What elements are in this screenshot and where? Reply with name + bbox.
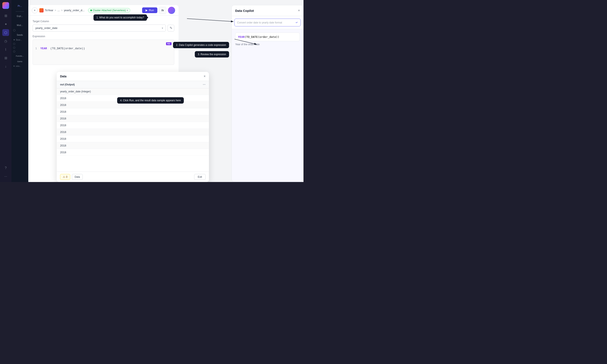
secondary-sidebar: Pr... Expl... Mod... ◯ Seeds ▼ Sour... ◯… [12,0,28,182]
secondary-sidebar-gems[interactable]: Gems [12,59,28,64]
data-panel-close-button[interactable]: × [204,74,206,78]
run-play-icon: ▶ [145,9,148,12]
data-panel-header: Data × [57,72,209,81]
target-column-chevron-icon: ▾ [162,27,163,30]
app-logo-icon [2,2,9,9]
secondary-sidebar-models[interactable]: Mod... [12,22,28,28]
sidebar-icon-network[interactable]: ⬡ [2,29,9,36]
data-panel: Data × out (Output) ··· yearly_order_dat… [57,72,209,182]
copilot-header: Data Copilot × [232,5,303,16]
close-button[interactable]: × [32,7,38,13]
pencil-icon: ✎ [170,26,172,30]
table-output-label: out (Output) [60,83,75,86]
run-button[interactable]: ▶ Run [142,7,157,13]
warning-count: 0 [66,175,67,178]
sql-badge: SQL [166,42,172,45]
data-panel-title: Data [60,75,66,78]
copilot-description: Year of the order date [235,43,300,46]
target-column-select[interactable]: yearly_order_date ▾ [33,25,166,31]
expression-label: Expression [33,35,174,38]
code-year-function: YEAR [40,47,47,50]
sidebar-icon-download[interactable]: ↓ [2,63,9,70]
svg-line-1 [187,19,234,22]
data-panel-footer: ⚠ 0 Data Exit [57,172,209,182]
sidebar-icon-help[interactable]: ? [2,165,9,171]
toyear-icon [39,8,44,13]
table-options-button[interactable]: ··· [203,83,206,86]
line-number: 1 [35,47,37,50]
copilot-input-row: Convert order date to yearly date format… [232,16,303,29]
sidebar-icon-plus[interactable]: ✦ [2,21,9,27]
column-header-row: yearly_order_date (Integer) [57,88,209,95]
breadcrumb-sep1: > [54,9,56,12]
secondary-sidebar-seeds[interactable]: Seeds [12,32,28,38]
sidebar-icon-more[interactable]: ··· [2,173,9,180]
exit-button[interactable]: Exit [194,174,206,180]
copilot-year-function: YEAR [238,35,244,39]
table-row: 2018 [57,115,209,122]
copilot-input-field[interactable]: Convert order date to yearly date format… [234,19,301,26]
breadcrumb-dots: ... [57,9,60,12]
tooltip-step1: 1. What do you want to accomplish today? [93,14,147,21]
edit-column-button[interactable]: ✎ [168,25,174,31]
copilot-input-text: Convert order date to yearly date format [237,21,282,24]
cluster-badge[interactable]: Cluster Attached (Serverless) ▾ [88,8,130,13]
cluster-status-dot [90,10,92,11]
table-row: 2018 [57,122,209,129]
target-column-value: yearly_order_date [35,26,57,30]
copilot-title: Data Copilot [235,9,254,13]
tooltip-step3: 3. Review the expression [195,51,229,57]
breadcrumb: ToYear > ... > yearly_order_d... [39,8,85,13]
sidebar-icon-clock[interactable]: ◷ [2,38,9,44]
breadcrumb-sep2: > [61,9,63,12]
run-label: Run [149,9,154,12]
sidebar-icon-activity[interactable]: ⌇ [2,46,9,53]
copilot-send-icon[interactable]: ↵ [296,21,298,24]
sidebar-icon-home[interactable]: ⊞ [2,12,9,19]
copilot-code-expression: YEAR(TO_DATE(order_date)) [235,33,300,41]
warning-icon: ⚠ [63,175,65,178]
data-tab-button[interactable]: Data [72,174,83,180]
tooltip-step2: 2. Data Copilot generates a code express… [173,42,229,48]
table-header-row: out (Output) ··· [57,81,209,88]
tooltip-step4: 4. Click Run, and the result data sample… [117,97,184,104]
table-row: 2018 [57,108,209,115]
copilot-panel: Data Copilot × Convert order date to yea… [232,5,304,182]
sidebar: ⊞ ✦ ⬡ ◷ ⌇ ⊞ ↓ ? ··· [0,0,12,182]
warnings-button[interactable]: ⚠ 0 [60,174,70,180]
code-args: (TO_DATE(order_date)) [50,47,85,50]
code-line-1: 1 YEAR(TO_DATE(order_date)) [35,47,172,50]
target-column-row: yearly_order_date ▾ ✎ [33,25,174,31]
cluster-label: Cluster Attached (Serverless) [93,9,126,12]
table-row: 2018 [57,135,209,142]
expression-editor[interactable]: SQL 1 YEAR(TO_DATE(order_date)) [33,39,174,65]
editor-topbar: × ToYear > ... > yearly_order_d... Clust… [28,5,179,16]
fx-button[interactable]: fx [159,7,166,14]
copilot-close-button[interactable]: × [298,9,300,13]
secondary-sidebar-functions[interactable]: Functio... [12,53,28,59]
copilot-body: YEAR(TO_DATE(order_date)) Year of the or… [232,29,303,182]
breadcrumb-yearly: yearly_order_d... [64,9,85,12]
secondary-sidebar-explore[interactable]: Expl... [12,13,28,19]
breadcrumb-toyear: ToYear [45,9,53,12]
copilot-code-args: (TO_DATE(order_date)) [244,35,279,39]
table-row: 2018 [57,129,209,135]
globe-button[interactable] [168,7,175,14]
main-content: × ToYear > ... > yearly_order_d... Clust… [28,0,304,182]
data-table: out (Output) ··· yearly_order_date (Inte… [57,81,209,172]
table-row: 2018 [57,149,209,156]
secondary-sidebar-item[interactable]: Pr... [12,2,28,10]
table-row: 2018 [57,142,209,149]
sidebar-icon-schema[interactable]: ⊞ [2,54,9,61]
chevron-down-icon: ▾ [127,9,128,12]
